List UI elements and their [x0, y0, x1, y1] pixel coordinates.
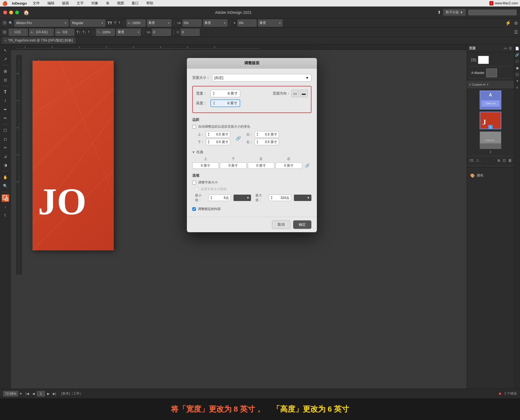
bleed-toggle[interactable]: ▼ 出血 — [192, 150, 311, 154]
current-page-input[interactable] — [37, 391, 45, 396]
zoom-value[interactable]: 72.56% — [3, 391, 18, 396]
line-tool[interactable]: / — [2, 97, 9, 105]
margin-top-input[interactable]: ▲▼ 0.5 英寸 — [206, 131, 230, 138]
delete-page-icon[interactable]: 🗑 — [508, 158, 512, 163]
va-input[interactable]: 0 ▲▼ — [152, 29, 171, 36]
page1-thumb[interactable]: J 1 — [480, 112, 501, 129]
menu-help[interactable]: 帮助 — [145, 0, 155, 6]
min-down[interactable]: ▼ — [210, 198, 212, 200]
page-tool[interactable]: ⊞ — [2, 67, 9, 75]
mt-down[interactable]: ▼ — [208, 134, 210, 137]
lightning-icon[interactable]: ⚡ — [505, 20, 511, 26]
max-unit-select[interactable]: ▼ — [294, 195, 311, 201]
bleed-left-input[interactable]: 0 英寸 — [248, 162, 275, 169]
page2-thumb[interactable]: A READY... — [480, 131, 501, 149]
new-page-icon[interactable]: ⊡ — [503, 158, 506, 163]
text-formatting-tool[interactable]: T. — [2, 212, 9, 219]
font-style-select[interactable]: Regular ▼ — [70, 20, 105, 27]
hamburger-icon[interactable]: ☰ — [514, 30, 518, 35]
mb-down[interactable]: ▼ — [208, 142, 210, 144]
scale-select[interactable]: 量度 ▼ — [116, 29, 141, 36]
va-down[interactable]: ▼ — [167, 32, 169, 34]
max-input[interactable]: ▲▼ 324点 — [269, 195, 291, 201]
scissors-tool[interactable]: ✂ — [2, 144, 9, 151]
search-input[interactable] — [468, 9, 517, 15]
width-input[interactable]: ▲▼ 8 英寸 — [210, 90, 240, 97]
links-icon[interactable]: 🔗 — [514, 52, 520, 58]
set-limit-checkbox[interactable] — [195, 188, 199, 191]
select-tool[interactable]: ↖ — [2, 47, 9, 54]
pt-down[interactable]: ▼ — [24, 32, 26, 34]
tt-btn-2[interactable]: T' — [113, 21, 117, 25]
color-palette-icon[interactable]: 🎨 — [470, 173, 475, 178]
margin-right-input[interactable]: ▲▼ 0.5 英寸 — [255, 139, 279, 145]
menu-text[interactable]: 文字 — [75, 0, 85, 6]
ml-down[interactable]: ▼ — [256, 134, 259, 137]
pen-tool[interactable]: ✒ — [2, 106, 9, 113]
ok-button[interactable]: 确定 — [293, 220, 311, 229]
document-tab[interactable]: × *05_PageSize.indd @ 73% [GPU预览] [转换] — [2, 37, 76, 44]
free-transform-tool[interactable]: ⊿ — [2, 153, 9, 160]
first-page-btn[interactable]: |◀ — [25, 391, 30, 396]
adjust-font-checkbox[interactable] — [192, 181, 196, 185]
next-page-btn[interactable]: ▶ — [46, 391, 51, 396]
menu-object[interactable]: 对象 — [90, 0, 100, 6]
mr-down[interactable]: ▼ — [256, 142, 259, 144]
skew-input[interactable]: 0% ▲▼ — [183, 20, 202, 27]
bleed-top-input[interactable]: 0 英寸 — [192, 162, 219, 169]
close-button[interactable] — [3, 11, 7, 14]
zoom-dropdown-arrow[interactable]: ▼ — [19, 392, 22, 396]
max-down[interactable]: ▼ — [271, 198, 273, 200]
panel-menu-icon[interactable]: ☰ — [509, 47, 512, 50]
landscape-btn[interactable]: ▬ — [300, 90, 308, 97]
a-master-thumb[interactable]: A JOIN US! — [480, 91, 501, 109]
panel-expand-icon[interactable]: >> — [503, 47, 507, 50]
width-down[interactable]: ▼ — [213, 93, 215, 96]
stroke-icon[interactable]: ☐ — [515, 59, 520, 64]
auto-margin-checkbox[interactable] — [192, 125, 196, 129]
pages-icon[interactable]: 📄 — [514, 46, 520, 51]
margin-left-input[interactable]: ▲▼ 0.5 英寸 — [255, 131, 279, 138]
maximize-button[interactable] — [15, 11, 19, 14]
tt-btn-1[interactable]: TT — [107, 20, 113, 26]
gradient-tool[interactable]: ◑ — [2, 161, 9, 169]
height-input[interactable]: ▲▼ 6 英寸 — [210, 99, 240, 107]
tab-close-icon[interactable]: × — [5, 39, 6, 42]
master-row[interactable]: A-Master — [469, 67, 512, 79]
font-size-down[interactable]: ▼ — [141, 23, 144, 25]
min-unit-select[interactable]: ▼ — [233, 195, 251, 201]
last-page-btn[interactable]: ▶| — [52, 391, 57, 396]
kern-input[interactable]: Aa 0点 ▲▼ — [55, 29, 74, 36]
tt2-btn-3[interactable]: T — [87, 30, 90, 34]
layers-icon[interactable]: ≡ — [515, 85, 519, 91]
menu-view[interactable]: 视图 — [115, 0, 126, 6]
track-down[interactable]: ▼ — [196, 32, 198, 34]
gear-icon[interactable]: ⚙ — [514, 21, 518, 25]
gap-tool[interactable]: ⊡ — [2, 76, 9, 84]
font-family-select[interactable]: Minion Pro ▼ — [14, 20, 69, 27]
leading-input[interactable]: A↕ (14.4点) ▲▼ — [29, 29, 54, 36]
scale-down[interactable]: ▼ — [111, 32, 113, 34]
color2-icon[interactable]: ◼ — [515, 65, 520, 71]
effects-icon[interactable]: ✦ — [515, 78, 520, 84]
extra-select[interactable]: 量度 ▼ — [258, 20, 282, 27]
menu-window[interactable]: 窗口 — [130, 0, 140, 6]
fill-stroke-tool[interactable] — [2, 194, 9, 202]
cancel-button[interactable]: 取消 — [272, 220, 290, 229]
minimize-button[interactable] — [9, 11, 13, 14]
new-master-icon[interactable]: ⊕ — [497, 158, 500, 163]
tracking-input[interactable]: 0 ▲▼ — [181, 29, 200, 36]
zoom-tool[interactable]: 🔍 — [2, 182, 9, 190]
margin-bottom-input[interactable]: ▲▼ 0.5 英寸 — [206, 139, 230, 145]
bleed-chain-icon[interactable]: 🔗 — [303, 163, 311, 168]
menu-file[interactable]: 文件 — [31, 0, 41, 6]
rect-frame-tool[interactable]: ☐ — [2, 127, 9, 134]
menu-layout[interactable]: 版面 — [60, 0, 71, 6]
lead-down[interactable]: ▼ — [50, 32, 52, 34]
adjust-locked-checkbox[interactable] — [192, 207, 196, 211]
chain-icon[interactable]: 🔗 — [236, 136, 241, 141]
extra-input[interactable]: 0% ▲▼ — [238, 20, 256, 27]
bleed-right-input[interactable]: 0 英寸 — [275, 162, 302, 169]
menu-table[interactable]: 表 — [104, 0, 111, 6]
skew-select[interactable]: 量度 ▼ — [203, 20, 227, 27]
